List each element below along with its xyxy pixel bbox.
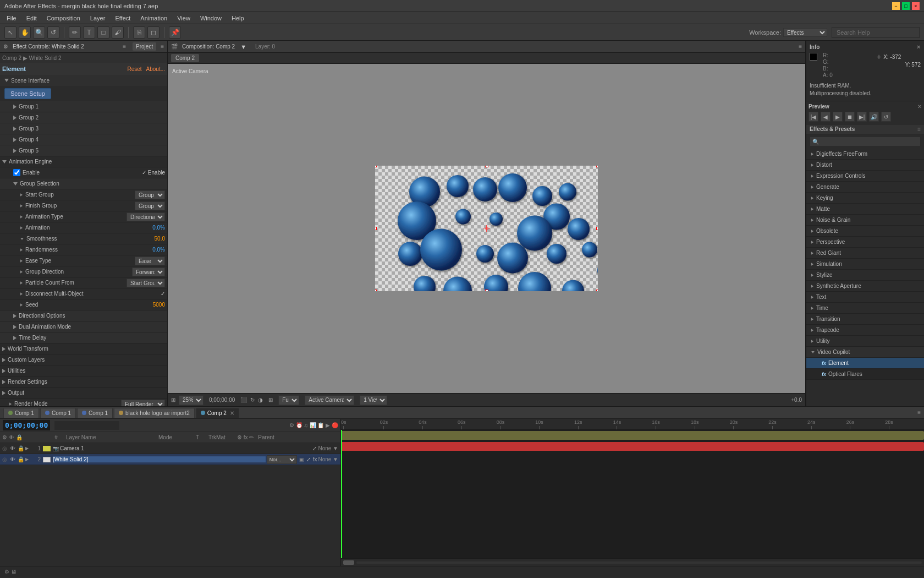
ep-item-expression[interactable]: Expression Controls [806, 171, 924, 182]
layer-row-1[interactable]: ◎ 👁 🔒 ▶ 1 📷 Camera 1 ⤢ None ▼ [0, 443, 340, 454]
menu-layer[interactable]: Layer [86, 14, 110, 23]
render-mode-select[interactable]: Full Render [121, 400, 165, 407]
seed-value[interactable]: 5000 [132, 302, 165, 308]
project-tab[interactable]: Project [133, 42, 156, 51]
tool-eraser[interactable]: ◻ [147, 26, 160, 39]
group1-header[interactable]: Group 1 [0, 101, 167, 112]
group4-header[interactable]: Group 4 [0, 134, 167, 145]
maximize-button[interactable]: □ [902, 2, 910, 10]
ep-item-element[interactable]: fx Element [806, 358, 924, 369]
custom-layers-header[interactable]: Custom Layers [0, 355, 167, 366]
layer-row-2[interactable]: ◎ 👁 🔒 ▶ 2 [White Solid 2] Nor... ▣ ⤢ fx [0, 454, 340, 465]
search-help-input[interactable] [832, 27, 920, 38]
menu-edit[interactable]: Edit [22, 14, 41, 23]
finish-group-select[interactable]: Group 2 [135, 201, 165, 210]
prev-back-btn[interactable]: ◀ [821, 112, 831, 122]
handle-bl[interactable] [375, 290, 377, 291]
ease-type-select[interactable]: Ease [135, 257, 165, 265]
start-group-select[interactable]: Group 1 [135, 190, 165, 199]
handle-tr[interactable] [596, 166, 598, 167]
tool-shape[interactable]: □ [97, 26, 109, 39]
output-header[interactable]: Output [0, 388, 167, 399]
tool-zoom[interactable]: 🔍 [33, 26, 45, 39]
ep-item-simulation[interactable]: Simulation [806, 259, 924, 270]
ep-item-utility[interactable]: Utility [806, 336, 924, 347]
workspace-selector[interactable]: Effects [783, 28, 827, 37]
close-button[interactable]: × [912, 2, 920, 10]
tool-clone[interactable]: ⎘ [133, 26, 145, 39]
tl-tab-blackhole[interactable]: black hole logo ae import2 [114, 408, 195, 418]
comp-menu-btn[interactable]: ≡ [799, 43, 802, 50]
window-controls[interactable]: − □ × [892, 2, 920, 10]
group2-header[interactable]: Group 2 [0, 112, 167, 123]
randomness-value[interactable]: 0.0% [132, 247, 165, 253]
menu-file[interactable]: File [2, 14, 21, 23]
timecode[interactable]: 0;00;00;00 [2, 419, 51, 431]
directional-options-header[interactable]: Directional Options [0, 310, 167, 321]
handle-br[interactable] [596, 290, 598, 291]
ep-item-text[interactable]: Text [806, 292, 924, 303]
render-settings-header[interactable]: Render Settings [0, 377, 167, 388]
ep-item-videocopilot[interactable]: Video Copilot [806, 347, 924, 358]
prev-first-btn[interactable]: |◀ [809, 112, 818, 122]
tool-puppet[interactable]: 📌 [169, 26, 181, 39]
group5-header[interactable]: Group 5 [0, 145, 167, 156]
scroll-track[interactable] [356, 561, 922, 564]
menu-help[interactable]: Help [227, 14, 249, 23]
particle-count-select[interactable]: Start Group [127, 279, 165, 287]
layer2-bar[interactable] [341, 442, 924, 451]
ec-menu-btn[interactable]: ≡ [123, 43, 126, 50]
menu-window[interactable]: Window [196, 14, 226, 23]
handle-ml[interactable] [375, 227, 377, 230]
ep-item-keying[interactable]: Keying [806, 193, 924, 204]
composition-canvas[interactable] [375, 166, 598, 291]
layer2-vis[interactable]: 👁 [10, 456, 16, 462]
world-transform-header[interactable]: World Transform [0, 343, 167, 355]
ep-item-matte[interactable]: Matte [806, 204, 924, 215]
handle-mr[interactable] [596, 227, 598, 230]
animation-engine-header[interactable]: Animation Engine [0, 156, 167, 167]
animation-type-select[interactable]: Directional [127, 212, 165, 221]
tl-tab-comp2[interactable]: Comp 2 ✕ [196, 408, 239, 418]
prev-play-btn[interactable]: ▶ [833, 112, 843, 122]
handle-bm[interactable] [485, 290, 488, 291]
comp-tab-comp2[interactable]: Comp 2 [171, 54, 199, 62]
reset-button[interactable]: Reset [127, 66, 141, 72]
layer2-solo[interactable]: ◎ [2, 456, 9, 462]
zoom-select[interactable]: 25% [179, 395, 204, 405]
tab-close-comp2[interactable]: ✕ [230, 410, 234, 416]
tool-hand[interactable]: ✋ [19, 26, 31, 39]
scene-setup-button[interactable]: Scene Setup [4, 88, 51, 99]
timeline-search-input[interactable] [54, 421, 120, 430]
menu-animation[interactable]: Animation [136, 14, 172, 23]
minimize-button[interactable]: − [892, 2, 900, 10]
ep-item-optical-flares[interactable]: fx Optical Flares [806, 369, 924, 380]
ep-item-obsolete[interactable]: Obsolete [806, 226, 924, 237]
ep-item-stylize[interactable]: Stylize [806, 270, 924, 281]
tool-pen[interactable]: ✏ [69, 26, 81, 39]
ep-item-noise[interactable]: Noise & Grain [806, 215, 924, 226]
comp-dropdown-icon[interactable]: ▼ [240, 43, 246, 50]
view-layout-select[interactable]: 1 View [360, 395, 387, 405]
layer1-lock[interactable]: 🔒 [18, 445, 24, 451]
preview-close-btn[interactable]: ✕ [917, 103, 922, 110]
menu-view[interactable]: View [173, 14, 195, 23]
prev-stop-btn[interactable]: ⏹ [845, 112, 855, 122]
tool-rotate[interactable]: ↺ [47, 26, 59, 39]
disconnect-multi-value[interactable]: ✓ [132, 291, 165, 297]
ep-item-generate[interactable]: Generate [806, 182, 924, 193]
prev-loop-btn[interactable]: ↺ [881, 112, 891, 122]
tool-select[interactable]: ↖ [4, 26, 16, 39]
layer1-expand[interactable]: ▶ [25, 446, 31, 451]
ep-search-box[interactable]: 🔍 [810, 137, 921, 146]
layer1-solo[interactable]: ◎ [2, 445, 9, 451]
info-menu-btn[interactable]: ✕ [916, 44, 921, 50]
ep-item-redgiant[interactable]: Red Giant [806, 248, 924, 259]
handle-tm[interactable] [485, 166, 488, 167]
layer2-expand[interactable]: ▶ [25, 457, 31, 462]
utilities-header[interactable]: Utilities [0, 366, 167, 377]
ep-menu-btn[interactable]: ≡ [917, 126, 921, 132]
handle-tl[interactable] [375, 166, 377, 167]
tl-tab-comp1-a[interactable]: Comp 1 [3, 408, 39, 418]
prev-forward-btn[interactable]: ▶| [857, 112, 867, 122]
